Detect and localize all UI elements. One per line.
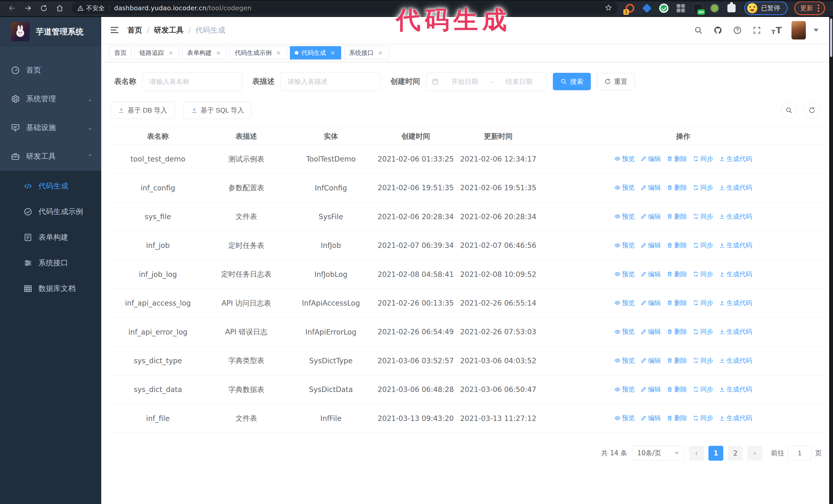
extension-icon-dark[interactable]: on <box>692 3 703 14</box>
github-icon[interactable] <box>713 25 723 35</box>
fullscreen-icon[interactable] <box>752 25 762 35</box>
close-icon[interactable]: × <box>275 49 282 56</box>
generate-code-link[interactable]: 生成代码 <box>719 414 752 422</box>
search-icon[interactable] <box>694 25 703 35</box>
extension-icon-gem[interactable] <box>641 3 652 14</box>
sync-link[interactable]: 同步 <box>693 212 713 221</box>
delete-link[interactable]: 删除 <box>667 327 687 336</box>
date-range-picker[interactable]: 开始日期 - 结束日期 <box>426 72 547 91</box>
hamburger-icon[interactable] <box>110 25 120 35</box>
preview-link[interactable]: 预览 <box>614 356 635 365</box>
close-icon[interactable]: × <box>377 49 384 56</box>
delete-link[interactable]: 删除 <box>667 414 687 422</box>
edit-link[interactable]: 编辑 <box>641 299 661 307</box>
browser-update-button[interactable]: 更新 <box>794 1 825 15</box>
preview-link[interactable]: 预览 <box>614 299 635 307</box>
preview-link[interactable]: 预览 <box>614 241 635 249</box>
refresh-table-button[interactable] <box>804 102 820 118</box>
browser-home-button[interactable] <box>55 4 64 13</box>
sync-link[interactable]: 同步 <box>693 356 713 365</box>
breadcrumb-home[interactable]: 首页 <box>127 25 142 35</box>
caret-down-icon[interactable] <box>813 29 819 32</box>
delete-link[interactable]: 删除 <box>667 270 687 279</box>
sidebar-item-codegen-example[interactable]: 代码生成示例 <box>0 199 101 224</box>
bookmark-star-icon[interactable] <box>605 4 612 12</box>
delete-link[interactable]: 删除 <box>667 241 687 249</box>
delete-link[interactable]: 删除 <box>667 183 687 192</box>
edit-link[interactable]: 编辑 <box>641 385 661 393</box>
address-bar[interactable]: 不安全 dashboard.yudao.iocoder.cn/tool/code… <box>72 2 618 14</box>
preview-link[interactable]: 预览 <box>614 270 635 279</box>
sidebar-item-infra[interactable]: 基础设施 ⌄ <box>0 113 101 142</box>
next-page-button[interactable]: › <box>747 446 762 461</box>
browser-forward-button[interactable] <box>24 4 32 13</box>
generate-code-link[interactable]: 生成代码 <box>719 212 752 221</box>
delete-link[interactable]: 删除 <box>667 385 687 393</box>
sidebar-item-codegen[interactable]: 代码生成 <box>0 173 101 199</box>
search-button[interactable]: 搜索 <box>553 73 591 90</box>
edit-link[interactable]: 编辑 <box>641 212 661 221</box>
browser-menu-icon[interactable] <box>818 5 819 12</box>
tag-system-api[interactable]: 系统接口× <box>344 46 389 59</box>
close-icon[interactable]: × <box>167 49 174 56</box>
edit-link[interactable]: 编辑 <box>641 270 661 279</box>
site-security-warning[interactable]: 不安全 <box>77 4 104 12</box>
prev-page-button[interactable]: ‹ <box>689 446 704 461</box>
preview-link[interactable]: 预览 <box>614 385 635 393</box>
sync-link[interactable]: 同步 <box>693 327 713 336</box>
browser-reload-button[interactable] <box>40 4 48 13</box>
page-size-select[interactable]: 10条/页 <box>632 446 684 461</box>
extension-icon-grid[interactable] <box>675 3 686 14</box>
logo[interactable]: 芋道管理系统 <box>0 17 101 47</box>
extension-icon-orange[interactable]: 1 <box>624 3 636 14</box>
edit-link[interactable]: 编辑 <box>641 356 661 365</box>
avatar[interactable] <box>791 21 806 40</box>
delete-link[interactable]: 删除 <box>667 212 687 221</box>
sync-link[interactable]: 同步 <box>693 183 713 192</box>
import-db-button[interactable]: 基于 DB 导入 <box>111 101 175 119</box>
edit-link[interactable]: 编辑 <box>641 241 661 249</box>
close-icon[interactable]: × <box>329 49 336 56</box>
sync-link[interactable]: 同步 <box>693 270 713 279</box>
generate-code-link[interactable]: 生成代码 <box>719 183 752 192</box>
sync-link[interactable]: 同步 <box>693 385 713 393</box>
delete-link[interactable]: 删除 <box>667 299 687 307</box>
sidebar-item-system-api[interactable]: 系统接口 <box>0 250 101 276</box>
tag-home[interactable]: 首页 <box>110 46 132 59</box>
sync-link[interactable]: 同步 <box>693 299 713 307</box>
tag-codegen[interactable]: 代码生成× <box>290 46 341 59</box>
page-scrollbar[interactable] <box>829 17 833 504</box>
generate-code-link[interactable]: 生成代码 <box>719 270 752 279</box>
page-button-2[interactable]: 2 <box>728 446 743 461</box>
toggle-search-button[interactable] <box>781 102 797 118</box>
extension-icon-green[interactable] <box>709 3 720 14</box>
page-button-1[interactable]: 1 <box>709 446 723 461</box>
generate-code-link[interactable]: 生成代码 <box>719 356 752 365</box>
tag-tracing[interactable]: 链路追踪× <box>135 46 179 59</box>
generate-code-link[interactable]: 生成代码 <box>719 327 752 336</box>
preview-link[interactable]: 预览 <box>614 327 635 336</box>
extensions-puzzle-icon[interactable] <box>726 3 737 14</box>
delete-link[interactable]: 删除 <box>667 154 687 163</box>
reset-button[interactable]: 重置 <box>597 73 635 90</box>
font-size-icon[interactable]: TT <box>771 25 782 35</box>
preview-link[interactable]: 预览 <box>614 154 635 163</box>
goto-page-input[interactable] <box>788 446 811 461</box>
generate-code-link[interactable]: 生成代码 <box>719 241 752 249</box>
scrollbar-thumb[interactable] <box>830 19 832 57</box>
sidebar-item-devtools[interactable]: 研发工具 ⌃ <box>0 142 101 171</box>
sync-link[interactable]: 同步 <box>693 154 713 163</box>
generate-code-link[interactable]: 生成代码 <box>719 299 752 307</box>
close-icon[interactable]: × <box>215 49 222 56</box>
sync-link[interactable]: 同步 <box>693 414 713 422</box>
edit-link[interactable]: 编辑 <box>641 327 661 336</box>
sidebar-item-home[interactable]: 首页 <box>0 56 101 85</box>
browser-back-button[interactable] <box>8 4 17 13</box>
tag-codegen-example[interactable]: 代码生成示例× <box>230 46 287 59</box>
edit-link[interactable]: 编辑 <box>641 414 661 422</box>
breadcrumb-devtools[interactable]: 研发工具 <box>154 25 184 35</box>
generate-code-link[interactable]: 生成代码 <box>719 154 752 163</box>
sidebar-item-system[interactable]: 系统管理 ⌄ <box>0 85 101 113</box>
extension-icon-check[interactable] <box>658 3 669 14</box>
sidebar-item-form-builder[interactable]: 表单构建 <box>0 224 101 250</box>
